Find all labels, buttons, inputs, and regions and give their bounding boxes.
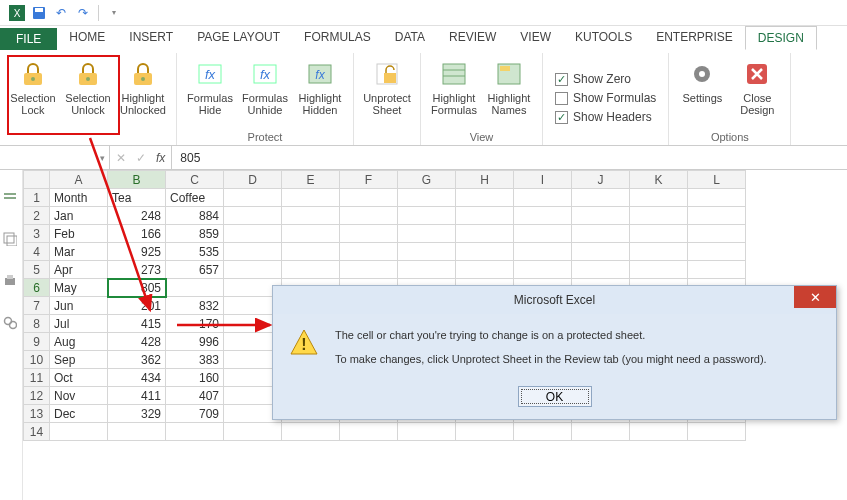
cell-A7[interactable]: Jun — [50, 297, 108, 315]
name-box-input[interactable] — [4, 151, 74, 165]
cell-A2[interactable]: Jan — [50, 207, 108, 225]
row-header-9[interactable]: 9 — [24, 333, 50, 351]
cell-H4[interactable] — [456, 243, 514, 261]
cell-F2[interactable] — [340, 207, 398, 225]
dialog-titlebar[interactable]: Microsoft Excel ✕ — [273, 286, 836, 314]
cell-I1[interactable] — [514, 189, 572, 207]
cell-A11[interactable]: Oct — [50, 369, 108, 387]
cell-C10[interactable]: 383 — [166, 351, 224, 369]
cell-C2[interactable]: 884 — [166, 207, 224, 225]
fx-icon[interactable]: fx — [156, 151, 165, 165]
cell-J5[interactable] — [572, 261, 630, 279]
cell-A8[interactable]: Jul — [50, 315, 108, 333]
close-design-button[interactable]: CloseDesign — [730, 55, 784, 129]
cell-K1[interactable] — [630, 189, 688, 207]
cell-F1[interactable] — [340, 189, 398, 207]
cell-D2[interactable] — [224, 207, 282, 225]
cell-H14[interactable] — [456, 423, 514, 441]
cell-L2[interactable] — [688, 207, 746, 225]
cell-B7[interactable]: 201 — [108, 297, 166, 315]
cell-C12[interactable]: 407 — [166, 387, 224, 405]
gutter-layers-icon[interactable] — [3, 232, 19, 250]
cell-C11[interactable]: 160 — [166, 369, 224, 387]
cell-L5[interactable] — [688, 261, 746, 279]
cell-H1[interactable] — [456, 189, 514, 207]
cell-A6[interactable]: May — [50, 279, 108, 297]
tab-review[interactable]: REVIEW — [437, 26, 508, 50]
col-header-F[interactable]: F — [340, 171, 398, 189]
cell-K2[interactable] — [630, 207, 688, 225]
cell-D4[interactable] — [224, 243, 282, 261]
cell-K3[interactable] — [630, 225, 688, 243]
gutter-find-icon[interactable] — [3, 316, 19, 334]
formula-value[interactable]: 805 — [172, 146, 847, 169]
cell-B5[interactable]: 273 — [108, 261, 166, 279]
row-header-4[interactable]: 4 — [24, 243, 50, 261]
col-header-K[interactable]: K — [630, 171, 688, 189]
dialog-close-button[interactable]: ✕ — [794, 286, 836, 308]
cell-B1[interactable]: Tea — [108, 189, 166, 207]
cell-A1[interactable]: Month — [50, 189, 108, 207]
col-header-J[interactable]: J — [572, 171, 630, 189]
cell-G1[interactable] — [398, 189, 456, 207]
cell-H5[interactable] — [456, 261, 514, 279]
cell-J14[interactable] — [572, 423, 630, 441]
cell-D14[interactable] — [224, 423, 282, 441]
cell-B9[interactable]: 428 — [108, 333, 166, 351]
row-header-14[interactable]: 14 — [24, 423, 50, 441]
cell-B2[interactable]: 248 — [108, 207, 166, 225]
cell-C7[interactable]: 832 — [166, 297, 224, 315]
selection-lock-button[interactable]: SelectionLock — [6, 55, 60, 141]
col-header-B[interactable]: B — [108, 171, 166, 189]
cell-C13[interactable]: 709 — [166, 405, 224, 423]
cell-K4[interactable] — [630, 243, 688, 261]
cell-J1[interactable] — [572, 189, 630, 207]
tab-kutools[interactable]: KUTOOLS — [563, 26, 644, 50]
highlight-names-button[interactable]: HighlightNames — [482, 55, 536, 129]
col-header-C[interactable]: C — [166, 171, 224, 189]
cell-A10[interactable]: Sep — [50, 351, 108, 369]
cell-A3[interactable]: Feb — [50, 225, 108, 243]
col-header-G[interactable]: G — [398, 171, 456, 189]
tab-file[interactable]: FILE — [0, 28, 57, 50]
row-header-8[interactable]: 8 — [24, 315, 50, 333]
cell-E5[interactable] — [282, 261, 340, 279]
cell-G5[interactable] — [398, 261, 456, 279]
cell-B11[interactable]: 434 — [108, 369, 166, 387]
tab-design[interactable]: DESIGN — [745, 26, 817, 50]
cell-J3[interactable] — [572, 225, 630, 243]
cell-C6[interactable] — [166, 279, 224, 297]
cell-D3[interactable] — [224, 225, 282, 243]
cell-L4[interactable] — [688, 243, 746, 261]
cell-K14[interactable] — [630, 423, 688, 441]
highlight-unlocked-button[interactable]: HighlightUnlocked — [116, 55, 170, 141]
cell-J2[interactable] — [572, 207, 630, 225]
cell-I2[interactable] — [514, 207, 572, 225]
col-header-D[interactable]: D — [224, 171, 282, 189]
row-header-5[interactable]: 5 — [24, 261, 50, 279]
cell-C8[interactable]: 170 — [166, 315, 224, 333]
formulas-unhide-button[interactable]: fxFormulasUnhide — [238, 55, 292, 129]
cell-D1[interactable] — [224, 189, 282, 207]
cell-B14[interactable] — [108, 423, 166, 441]
name-box-dropdown-icon[interactable]: ▾ — [100, 153, 105, 163]
tab-formulas[interactable]: FORMULAS — [292, 26, 383, 50]
cell-C4[interactable]: 535 — [166, 243, 224, 261]
cell-B3[interactable]: 166 — [108, 225, 166, 243]
gutter-nav-icon[interactable] — [3, 190, 19, 208]
cell-F4[interactable] — [340, 243, 398, 261]
cell-I4[interactable] — [514, 243, 572, 261]
cell-E3[interactable] — [282, 225, 340, 243]
cell-G3[interactable] — [398, 225, 456, 243]
cell-A5[interactable]: Apr — [50, 261, 108, 279]
cell-B8[interactable]: 415 — [108, 315, 166, 333]
cell-E4[interactable] — [282, 243, 340, 261]
cell-C1[interactable]: Coffee — [166, 189, 224, 207]
cell-E1[interactable] — [282, 189, 340, 207]
tab-data[interactable]: DATA — [383, 26, 437, 50]
highlight-formulas-button[interactable]: HighlightFormulas — [427, 55, 481, 129]
select-all-corner[interactable] — [24, 171, 50, 189]
formulas-hide-button[interactable]: fxFormulasHide — [183, 55, 237, 129]
check-show-headers[interactable]: Show Headers — [555, 109, 652, 125]
cell-K5[interactable] — [630, 261, 688, 279]
